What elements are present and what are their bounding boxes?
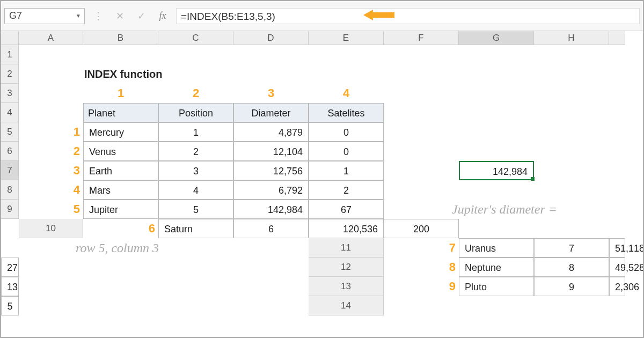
td-sat[interactable]: 27	[1, 258, 19, 277]
cell[interactable]	[233, 238, 309, 258]
cell[interactable]	[83, 45, 158, 64]
col-header-F[interactable]: F	[384, 31, 459, 45]
cell[interactable]	[233, 315, 309, 335]
row-header-1[interactable]: 1	[1, 45, 19, 64]
td-sat[interactable]: 2	[309, 180, 384, 200]
cell[interactable]	[309, 45, 384, 64]
th-position[interactable]: Position	[158, 103, 233, 122]
td-planet[interactable]: Mars	[83, 180, 158, 200]
cell[interactable]	[459, 103, 534, 122]
td-sat[interactable]: 200	[384, 219, 459, 238]
cell[interactable]	[534, 161, 609, 180]
col-header-E[interactable]: E	[309, 31, 384, 45]
cell[interactable]	[384, 103, 459, 122]
row-header-7[interactable]: 7	[1, 161, 19, 180]
cell[interactable]	[384, 180, 459, 200]
row-header-2[interactable]: 2	[1, 64, 19, 84]
cell[interactable]	[609, 161, 625, 180]
col-num-2[interactable]: 2	[158, 84, 233, 103]
row-header-6[interactable]: 6	[1, 142, 19, 161]
name-box[interactable]: G7 ▼	[4, 8, 85, 24]
td-sat[interactable]: 1	[309, 161, 384, 180]
cell[interactable]	[534, 103, 609, 122]
cell[interactable]	[158, 296, 233, 315]
row-num[interactable]: 3	[19, 161, 83, 180]
cell[interactable]	[534, 45, 609, 64]
td-dia[interactable]: 120,536	[309, 219, 384, 238]
cell[interactable]	[83, 258, 158, 277]
td-pos[interactable]: 4	[158, 180, 233, 200]
th-planet[interactable]: Planet	[83, 103, 158, 122]
td-dia[interactable]: 4,879	[233, 122, 309, 142]
row-num[interactable]: 5	[19, 200, 83, 219]
td-planet[interactable]: Mercury	[83, 122, 158, 142]
cell[interactable]	[459, 122, 534, 142]
row-header-9[interactable]: 9	[1, 200, 19, 219]
col-header-D[interactable]: D	[233, 31, 309, 45]
cell[interactable]	[534, 142, 609, 161]
td-sat[interactable]: 13	[1, 277, 19, 296]
cell[interactable]	[384, 122, 459, 142]
cell[interactable]	[19, 315, 83, 335]
row-num[interactable]: 7	[384, 238, 459, 258]
fx-icon[interactable]: fx	[155, 10, 171, 21]
cancel-icon[interactable]: ✕	[112, 10, 128, 22]
cell[interactable]	[459, 45, 534, 64]
cell[interactable]	[158, 315, 233, 335]
cell[interactable]	[534, 64, 609, 84]
cell[interactable]	[384, 296, 459, 315]
cell[interactable]	[459, 84, 534, 103]
row-num[interactable]: 9	[384, 277, 459, 296]
td-pos[interactable]: 7	[534, 238, 609, 258]
td-pos[interactable]: 9	[534, 277, 609, 296]
cell[interactable]	[609, 142, 625, 161]
spreadsheet-grid[interactable]: A B C D E F G H 1 2 INDEX function 3 1	[1, 31, 643, 335]
cell[interactable]	[1, 315, 19, 335]
cell[interactable]	[309, 64, 384, 84]
td-dia[interactable]: 2,306	[609, 277, 625, 296]
row-header-11[interactable]: 11	[309, 238, 384, 258]
cell[interactable]	[384, 45, 459, 64]
col-header-G[interactable]: G	[459, 31, 534, 45]
cell[interactable]	[384, 142, 459, 161]
row-header-3[interactable]: 3	[1, 84, 19, 103]
col-header-C[interactable]: C	[158, 31, 233, 45]
cell[interactable]	[459, 142, 534, 161]
section-heading[interactable]: INDEX function	[83, 64, 158, 84]
cell[interactable]	[19, 84, 83, 103]
cell[interactable]	[459, 296, 534, 315]
cell[interactable]	[19, 45, 83, 64]
col-header-B[interactable]: B	[83, 31, 158, 45]
td-pos[interactable]: 3	[158, 161, 233, 180]
row-num[interactable]: 4	[19, 180, 83, 200]
cell[interactable]	[534, 296, 609, 315]
cell[interactable]	[384, 161, 459, 180]
cell[interactable]	[158, 277, 233, 296]
row-header-10[interactable]: 10	[19, 219, 83, 238]
td-planet[interactable]: Neptune	[459, 258, 534, 277]
td-planet[interactable]: Pluto	[459, 277, 534, 296]
td-sat[interactable]: 67	[309, 200, 384, 219]
cell[interactable]	[459, 180, 534, 200]
cell[interactable]	[534, 122, 609, 142]
corner-cell[interactable]	[1, 31, 19, 45]
td-planet[interactable]: Earth	[83, 161, 158, 180]
td-planet[interactable]: Venus	[83, 142, 158, 161]
cell[interactable]	[19, 258, 83, 277]
cell[interactable]	[609, 122, 625, 142]
cell[interactable]	[158, 64, 233, 84]
td-pos[interactable]: 6	[233, 219, 309, 238]
cell[interactable]	[233, 45, 309, 64]
cell[interactable]	[83, 315, 158, 335]
th-satelites[interactable]: Satelites	[309, 103, 384, 122]
cell[interactable]	[534, 84, 609, 103]
row-header-4[interactable]: 4	[1, 103, 19, 122]
cell[interactable]	[233, 296, 309, 315]
row-header-8[interactable]: 8	[1, 180, 19, 200]
td-dia[interactable]: 12,104	[233, 142, 309, 161]
td-planet[interactable]: Jupiter	[83, 200, 158, 219]
td-pos[interactable]: 1	[158, 122, 233, 142]
td-dia[interactable]: 6,792	[233, 180, 309, 200]
cell[interactable]	[459, 64, 534, 84]
cell[interactable]	[609, 45, 625, 64]
